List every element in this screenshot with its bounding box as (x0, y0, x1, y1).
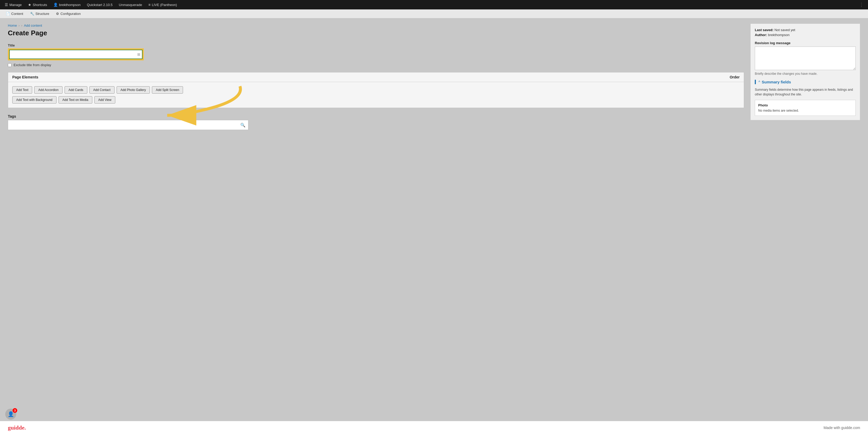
live-pantheon-menu-item[interactable]: ≡ LIVE (Pantheon) (146, 2, 179, 8)
summary-fields-description: Summary fields determine how this page a… (755, 87, 856, 97)
tags-label: Tags (8, 114, 744, 118)
sidebar-meta: Last saved: Not saved yet Author: brekth… (755, 28, 856, 37)
nav-right-dots: ⋮ (857, 2, 866, 8)
add-text-button[interactable]: Add Text (12, 86, 32, 94)
content-left: Home › › Add content Create Page Title ⊞… (8, 24, 744, 416)
structure-icon: 🔧 (30, 12, 34, 16)
guidde-logo-text: guidde. (8, 424, 26, 431)
list-icon: ≡ (148, 3, 150, 7)
configuration-nav-item[interactable]: ⚙ Configuration (53, 10, 84, 17)
tags-input-wrapper: 🔍 (8, 120, 248, 130)
user-icon: 👤 (53, 3, 58, 7)
photo-section: Photo No media items are selected. (755, 100, 856, 116)
main-container: Home › › Add content Create Page Title ⊞… (0, 18, 868, 421)
shortcuts-menu-item[interactable]: ★ Shortcuts (25, 2, 50, 8)
user-menu-item[interactable]: 👤 brekthompson (51, 2, 83, 8)
add-text-on-media-button[interactable]: Add Text on Media (59, 96, 92, 103)
page-elements-body: Add Text Add Accordion Add Cards Add Con… (8, 82, 744, 108)
order-title: Order (730, 75, 740, 79)
last-saved-value: Not saved yet (774, 28, 795, 32)
title-input[interactable] (9, 50, 143, 59)
tags-search-icon: 🔍 (240, 123, 246, 128)
structure-nav-item[interactable]: 🔧 Structure (27, 10, 53, 17)
title-input-icon: ⊞ (137, 52, 141, 57)
guidde-logo: guidde. (8, 424, 26, 431)
content-nav-item[interactable]: 📄 Content (3, 10, 26, 17)
configuration-icon: ⚙ (56, 12, 59, 16)
tags-section: Tags 🔍 (8, 114, 744, 130)
made-with-label: Made with guidde.com (824, 426, 860, 430)
breadcrumb: Home › › Add content (8, 24, 744, 27)
add-accordion-button[interactable]: Add Accordion (34, 86, 62, 94)
exclude-checkbox-input[interactable] (8, 63, 11, 67)
exclude-checkbox-label[interactable]: Exclude title from display (8, 63, 744, 67)
page-elements-section: Page Elements Order Add Text Add Accordi… (8, 72, 744, 108)
revision-log-textarea[interactable] (755, 46, 856, 70)
top-navigation: ☰ Manage ★ Shortcuts 👤 brekthompson Quic… (0, 0, 868, 9)
quickstart-label: Quickstart 2.10.5 (87, 3, 113, 7)
hamburger-icon: ☰ (5, 3, 8, 7)
sidebar-meta-section: Last saved: Not saved yet Author: brekth… (750, 24, 860, 120)
content-icon: 📄 (6, 12, 10, 16)
add-cards-button[interactable]: Add Cards (65, 86, 87, 94)
add-split-screen-button[interactable]: Add Split Screen (152, 86, 183, 94)
photo-description: No media items are selected. (758, 109, 852, 113)
breadcrumb-home[interactable]: Home (8, 24, 17, 27)
page-title: Create Page (8, 29, 744, 37)
star-icon: ★ (28, 3, 31, 7)
breadcrumb-sep-1: › (19, 24, 20, 27)
author-row: Author: brekthompson (755, 33, 856, 37)
title-input-wrapper: ⊞ (8, 49, 144, 60)
content-label: Content (11, 12, 23, 16)
quickstart-menu-item[interactable]: Quickstart 2.10.5 (84, 2, 115, 8)
avatar-section[interactable]: 👤 3 (5, 409, 16, 420)
username-label: brekthompson (59, 3, 81, 7)
revision-log-label: Revision log message (755, 41, 856, 45)
add-view-button[interactable]: Add View (94, 96, 115, 103)
revision-hint: Briefly describe the changes you have ma… (755, 72, 856, 75)
summary-fields-header: ^ Summary fields (755, 80, 856, 84)
add-contact-button[interactable]: Add Contact (89, 86, 115, 94)
unmasquerade-menu-item[interactable]: Unmasquerade (116, 2, 145, 8)
unmasquerade-label: Unmasquerade (119, 3, 142, 7)
title-field-label: Title (8, 43, 744, 47)
last-saved-label: Last saved: (755, 28, 774, 32)
breadcrumb-sep-2: › (21, 24, 22, 27)
configuration-label: Configuration (60, 12, 81, 16)
last-saved-row: Last saved: Not saved yet (755, 28, 856, 32)
breadcrumb-add-content[interactable]: Add content (24, 24, 42, 27)
notification-badge: 3 (12, 408, 17, 413)
add-text-with-background-button[interactable]: Add Text with Background (12, 96, 57, 103)
summary-fields-title: Summary fields (762, 80, 791, 84)
page-elements-header: Page Elements Order (8, 72, 744, 82)
guidde-footer: guidde. Made with guidde.com (0, 421, 868, 434)
content-sidebar: Last saved: Not saved yet Author: brekth… (750, 24, 860, 416)
elements-row-1: Add Text Add Accordion Add Cards Add Con… (12, 86, 740, 94)
add-photo-gallery-button[interactable]: Add Photo Gallery (117, 86, 150, 94)
summary-fields-toggle-icon[interactable]: ^ (758, 80, 760, 84)
photo-label: Photo (758, 103, 852, 107)
elements-row-2: Add Text with Background Add Text on Med… (12, 96, 740, 103)
structure-label: Structure (36, 12, 50, 16)
author-value: brekthompson (768, 33, 789, 37)
tags-input[interactable] (8, 120, 248, 130)
live-label: LIVE (Pantheon) (152, 3, 177, 7)
secondary-navigation: 📄 Content 🔧 Structure ⚙ Configuration (0, 9, 868, 18)
manage-label: Manage (9, 3, 22, 7)
shortcuts-label: Shortcuts (33, 3, 47, 7)
exclude-label: Exclude title from display (13, 63, 51, 67)
author-label: Author: (755, 33, 767, 37)
manage-menu-item[interactable]: ☰ Manage (2, 2, 24, 8)
avatar-circle: 👤 3 (5, 409, 16, 420)
page-elements-title: Page Elements (12, 75, 38, 79)
